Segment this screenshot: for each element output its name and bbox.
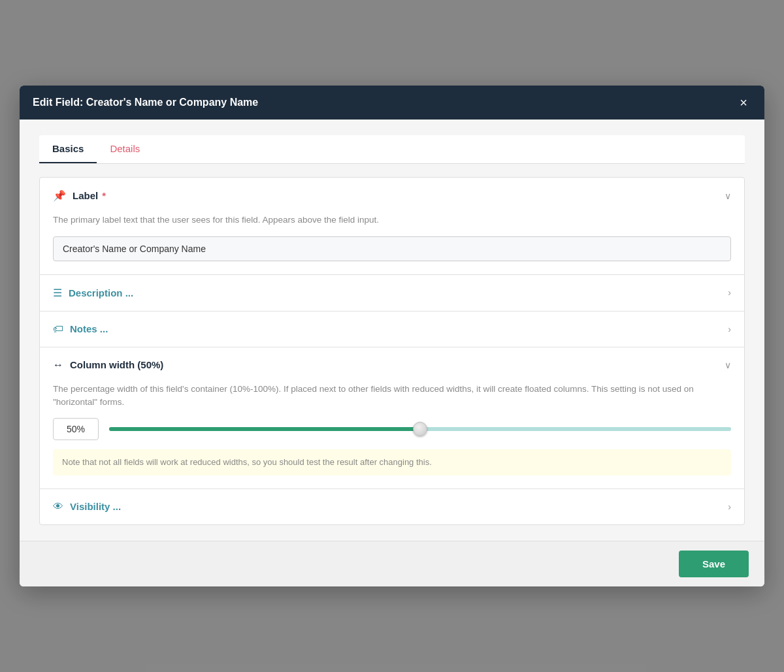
chevron-right-icon-notes: ›	[728, 324, 731, 334]
slider-value-display: 50%	[53, 418, 99, 440]
section-visibility-header[interactable]: 👁 Visibility ... ›	[40, 489, 744, 524]
modal-footer: Save	[20, 541, 764, 586]
section-visibility: 👁 Visibility ... ›	[40, 489, 744, 524]
section-description-title: Description ...	[69, 287, 133, 298]
save-button[interactable]: Save	[679, 551, 749, 577]
section-label-header[interactable]: 📌 Label * ∨	[40, 178, 744, 214]
modal-title: Edit Field: Creator's Name or Company Na…	[33, 97, 258, 108]
section-notes-header[interactable]: 🏷 Notes ... ›	[40, 312, 744, 347]
modal-overlay: Edit Field: Creator's Name or Company Na…	[0, 0, 784, 672]
section-visibility-title: Visibility ...	[70, 501, 121, 512]
chevron-right-icon: ›	[728, 287, 731, 298]
tab-basics[interactable]: Basics	[39, 135, 97, 163]
chevron-down-icon-width: ∨	[725, 360, 731, 370]
chevron-down-icon: ∨	[725, 191, 731, 201]
slider-container[interactable]	[109, 423, 731, 436]
slider-thumb[interactable]	[413, 422, 427, 436]
eye-icon: 👁	[53, 501, 63, 513]
arrow-icon: ↔	[53, 359, 63, 371]
section-label: 📌 Label * ∨ The primary label text that …	[40, 178, 744, 274]
chevron-right-icon-visibility: ›	[728, 502, 731, 512]
required-star: *	[102, 190, 106, 201]
modal-close-button[interactable]: ×	[736, 95, 751, 110]
modal-body: Basics Details 📌 Label * ∨ The primary	[20, 120, 764, 540]
section-column-width-title: Column width (50%)	[70, 359, 163, 370]
section-column-width-header[interactable]: ↔ Column width (50%) ∨	[40, 347, 744, 383]
section-label-title: Label *	[73, 190, 106, 201]
section-column-width-content: The percentage width of this field's con…	[40, 383, 744, 488]
section-description: ☰ Description ... ›	[40, 275, 744, 312]
pin-icon: 📌	[53, 189, 66, 202]
slider-row: 50%	[53, 418, 731, 440]
column-width-description: The percentage width of this field's con…	[53, 383, 731, 409]
tab-details[interactable]: Details	[97, 135, 153, 163]
slider-note: Note that not all fields will work at re…	[53, 449, 731, 475]
sections-container: 📌 Label * ∨ The primary label text that …	[39, 177, 745, 524]
section-label-content: The primary label text that the user see…	[40, 214, 744, 274]
label-description: The primary label text that the user see…	[53, 214, 731, 227]
section-notes: 🏷 Notes ... ›	[40, 312, 744, 347]
section-column-width: ↔ Column width (50%) ∨ The percentage wi…	[40, 347, 744, 489]
lines-icon: ☰	[53, 287, 62, 299]
section-notes-title: Notes ...	[70, 323, 108, 334]
tag-icon: 🏷	[53, 323, 63, 335]
label-input[interactable]	[53, 236, 731, 261]
slider-track	[109, 427, 731, 431]
tabs-container: Basics Details	[39, 135, 745, 164]
modal-header: Edit Field: Creator's Name or Company Na…	[20, 86, 764, 120]
section-description-header[interactable]: ☰ Description ... ›	[40, 275, 744, 311]
slider-fill	[109, 427, 420, 431]
edit-field-modal: Edit Field: Creator's Name or Company Na…	[20, 86, 764, 586]
